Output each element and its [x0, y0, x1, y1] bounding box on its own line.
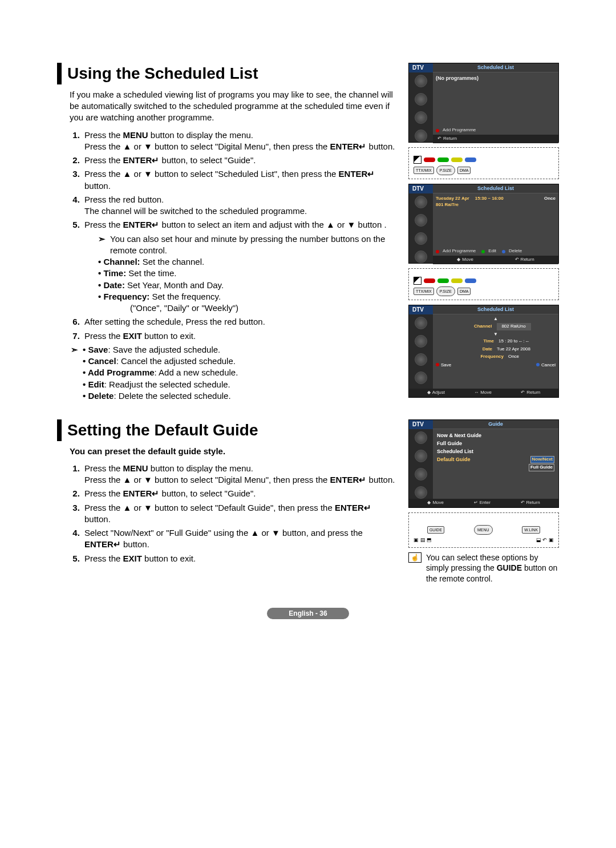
step-2: Press the ENTER↵ button, to select "Guid… [82, 155, 398, 166]
guide-item-default: Default Guide Now/Next [436, 455, 556, 463]
return-hint: ↶ Return [515, 257, 534, 263]
cancel-hint: Cancel [536, 362, 556, 369]
step2-5: Press the EXIT button to exit. [82, 553, 398, 564]
osd-title: Scheduled List [433, 184, 558, 193]
step-5: Press the ENTER↵ button to select an ite… [82, 219, 398, 314]
adjust-hint: ◆ Adjust [427, 390, 445, 396]
hand-icon: ☝ [408, 552, 422, 563]
heading-scheduled-list: Using the Scheduled List [57, 63, 398, 84]
page-number: English - 36 [267, 608, 348, 619]
guide-button: GUIDE [427, 526, 444, 534]
enter-icon: ↵ [359, 475, 366, 484]
osd-title: Scheduled List [433, 305, 558, 314]
add-programme-hint: Add Programme [436, 127, 476, 134]
blue-button-icon [465, 158, 476, 162]
move-hint: ↔ Move [474, 390, 492, 396]
right-column: DTV Scheduled List (No programmes) Add P… [408, 63, 559, 402]
step-1: Press the MENU button to display the men… [82, 130, 398, 153]
ttx-button: TTX/MIX [414, 167, 434, 174]
osd-sidebar [409, 72, 433, 142]
add-programme-hint: Add Programme [436, 248, 476, 255]
dtv-badge: DTV [409, 63, 433, 72]
section-default-guide: Setting the Default Guide You can preset… [57, 419, 559, 584]
post-steps-note: ➣ Save: Save the adjusted schedule. Canc… [71, 344, 398, 402]
menu-button: MENU [474, 525, 493, 535]
enter-icon: ↵ [152, 220, 159, 229]
enter-icon: ↵ [152, 155, 159, 165]
move-hint: ◆ Move [427, 500, 444, 506]
form-row-frequency: FrequencyOnce [436, 354, 556, 360]
psize-button: P.SIZE [436, 165, 455, 175]
steps-list-1: Press the MENU button to display the men… [82, 130, 398, 342]
intro-text-2: You can preset the default guide style. [70, 446, 398, 457]
edit-hint: Edit [481, 248, 496, 255]
step5-note: ➣ You can also set hour and minute by pr… [98, 233, 398, 257]
step2-3: Press the ▲ or ▼ button to select "Defau… [82, 502, 398, 526]
steps-list-2: Press the MENU button to display the men… [82, 463, 398, 564]
enter-icon: ↵ [152, 488, 159, 498]
remote-strip-2: TTX/MIXP.SIZEDMA [408, 268, 559, 300]
osd-title: Guide [433, 420, 558, 429]
note-arrow-icon: ➣ [71, 344, 78, 402]
no-programmes-label: (No programmes) [436, 75, 556, 82]
dtv-badge: DTV [409, 184, 433, 193]
return-hint: ↶ Return [521, 390, 540, 396]
form-row-channel: Channel802 RaiUno [436, 323, 556, 330]
enter-icon: ↵ [364, 503, 371, 512]
page-footer: English - 36 [57, 607, 559, 619]
guide-item-full: Full Guide [436, 439, 556, 447]
return-hint: ↶ Return [437, 136, 457, 142]
window-icon [414, 277, 422, 285]
intro-text: If you make a scheduled viewing list of … [70, 89, 398, 124]
down-arrow-icon: ▼ [436, 332, 556, 337]
sidebar-icon [415, 75, 427, 87]
osd-title: Scheduled List [433, 63, 558, 72]
option-now-next: Now/Next [530, 456, 554, 463]
sidebar-icon [415, 111, 427, 124]
step-4: Press the red button. The channel will b… [82, 194, 398, 217]
step2-2: Press the ENTER↵ button, to select "Guid… [82, 488, 398, 499]
delete-hint: Delete [502, 248, 522, 255]
remote-strip-1: TTX/MIXP.SIZEDMA [408, 147, 559, 179]
wlink-button: W.LINK [522, 526, 540, 534]
left-column: Using the Scheduled List If you make a s… [57, 63, 398, 402]
step2-1: Press the MENU button to display the men… [82, 463, 398, 486]
up-arrow-icon: ▲ [436, 317, 556, 321]
return-hint: ↶ Return [521, 500, 540, 506]
step-3: Press the ▲ or ▼ button to select "Sched… [82, 168, 398, 192]
form-row-time: Time15 : 20 to -- : -- [436, 338, 556, 345]
dtv-badge: DTV [409, 420, 433, 429]
heading-default-guide: Setting the Default Guide [57, 419, 398, 441]
enter-icon: ↵ [359, 142, 366, 151]
step2-4: Select "Now/Next" or "Full Guide" using … [82, 527, 398, 551]
green-button-icon [437, 158, 449, 162]
move-hint: ◆ Move [457, 257, 473, 263]
guide-item-scheduled: Scheduled List [436, 447, 556, 455]
osd-guide: DTV Guide Now & Next Guide Full Guide Sc… [408, 419, 559, 508]
osd-scheduled-empty: DTV Scheduled List (No programmes) Add P… [408, 63, 559, 143]
step5-bullets: Channel: Set the channel. Time: Set the … [98, 256, 398, 302]
step-7: Press the EXIT button to exit. [82, 330, 398, 342]
freq-values: ("Once", "Daily" or "Weekly") [130, 302, 398, 314]
action-bullets: Save: Save the adjusted schedule. Cancel… [83, 344, 238, 402]
save-hint: Save [436, 362, 451, 369]
sidebar-icon [415, 93, 427, 106]
schedule-row: Tuesday 22 Apr 15:30 ~ 16:00 Once [436, 196, 556, 202]
section-scheduled-list: Using the Scheduled List If you make a s… [57, 63, 559, 402]
window-icon [414, 156, 422, 164]
osd-scheduled-form: DTV Scheduled List ▲ Channel802 RaiUno ▼… [408, 305, 559, 398]
guide-item-now-next: Now & Next Guide [436, 431, 556, 439]
dma-button: DMA [457, 167, 471, 174]
sidebar-icon [415, 130, 427, 142]
yellow-button-icon [451, 158, 463, 162]
remote-strip-3: GUIDE MENU W.LINK ▣ ▤ ⬒ ⬓ ↶ ▣ [408, 512, 559, 548]
enter-icon: ↵ [367, 169, 375, 179]
dtv-badge: DTV [409, 305, 433, 314]
option-full-guide: Full Guide [529, 464, 554, 471]
guide-tip: ☝ You can select these options by simply… [408, 552, 559, 585]
form-row-date: DateTue 22 Apr 2008 [436, 346, 556, 353]
osd-scheduled-one: DTV Scheduled List Tuesday 22 Apr 15:30 … [408, 184, 559, 264]
schedule-row-channel: 801 RaiTre [436, 202, 556, 208]
enter-icon: ↵ [114, 539, 121, 549]
enter-hint: ↵ Enter [474, 500, 491, 506]
